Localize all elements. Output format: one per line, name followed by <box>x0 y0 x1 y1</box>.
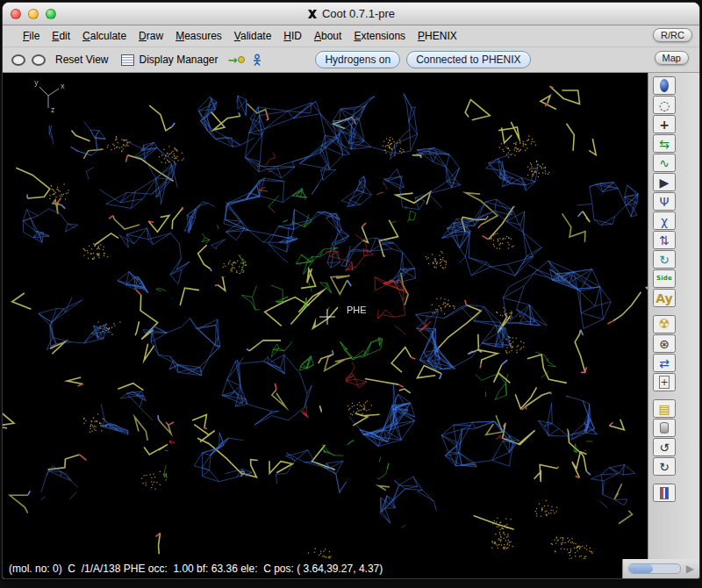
hydrogens-toggle-button[interactable]: Hydrogens on <box>315 51 400 68</box>
close-button[interactable] <box>11 9 21 19</box>
redo-icon[interactable]: ↻ <box>653 457 676 476</box>
menu-measures[interactable]: Measures <box>169 27 228 45</box>
separator <box>653 308 676 314</box>
display-manager-button[interactable]: Display Manager <box>118 52 221 68</box>
minimize-button[interactable] <box>28 9 39 19</box>
atom-dot-icon <box>238 56 245 63</box>
flip-peptide-icon[interactable]: ⇅ <box>653 231 676 249</box>
scrollbar-thumb[interactable] <box>629 564 653 573</box>
rrc-button[interactable]: R/RC <box>653 28 692 42</box>
go-to-atom-icon[interactable]: → <box>228 54 246 67</box>
main-area: PHE ◌ + ⇆ ∿ ▶ Ψ χ ⇅ ↻ Side Ay ☢ ⊛ ⇄ + ▤ … <box>3 73 699 559</box>
title-bar[interactable]: Coot 0.7.1-pre <box>3 3 699 25</box>
chi-angles-icon[interactable]: ∿ <box>653 154 676 172</box>
add-atom-icon[interactable]: + <box>653 373 676 391</box>
window-title-text: Coot 0.7.1-pre <box>322 7 395 20</box>
status-bar: (mol. no: 0) C /1/A/138 PHE occ: 1.00 bf… <box>3 559 699 578</box>
alt-conf-icon[interactable]: ⇄ <box>653 354 676 372</box>
coot-window: Coot 0.7.1-pre File Edit Calculate Draw … <box>2 2 700 579</box>
residue-label: PHE <box>347 305 367 315</box>
go-to-arrow-icon: → <box>228 54 238 67</box>
target-icon[interactable] <box>11 54 25 66</box>
menu-validate[interactable]: Validate <box>228 27 278 45</box>
menu-edit[interactable]: Edit <box>46 27 76 45</box>
separator <box>653 392 676 398</box>
menu-draw[interactable]: Draw <box>133 27 169 45</box>
main-toolbar: Reset View Display Manager → Hydrogens o… <box>3 47 699 73</box>
ligand-builder-icon[interactable]: ▤ <box>653 399 676 418</box>
window-controls <box>11 9 56 19</box>
display-manager-label: Display Manager <box>139 54 218 66</box>
cylinder-icon <box>660 422 669 434</box>
separator <box>653 477 676 483</box>
molecular-viewport[interactable]: PHE <box>3 73 648 559</box>
display-manager-icon <box>121 54 134 66</box>
flag-icon <box>660 487 669 499</box>
eraser-icon[interactable] <box>653 419 676 437</box>
undo-icon[interactable]: ↺ <box>653 438 676 456</box>
maximize-button[interactable] <box>46 9 56 19</box>
status-corner: ▶ <box>622 559 699 578</box>
menu-calculate[interactable]: Calculate <box>76 27 133 45</box>
reset-view-label: Reset View <box>55 54 108 66</box>
side-toolbar: ◌ + ⇆ ∿ ▶ Ψ χ ⇅ ↻ Side Ay ☢ ⊛ ⇄ + ▤ ↺ ↻ <box>648 73 699 559</box>
cis-trans-icon[interactable]: ↻ <box>653 250 676 269</box>
menu-about[interactable]: About <box>308 27 347 45</box>
phenix-status-button[interactable]: Connected to PHENIX <box>406 51 530 68</box>
menu-file[interactable]: File <box>17 27 46 45</box>
play-icon[interactable]: ▶ <box>686 563 694 575</box>
mutate-residue-icon[interactable]: χ <box>653 212 676 230</box>
ligand-icon[interactable]: ⊛ <box>653 334 676 353</box>
go-to-ligand-icon[interactable] <box>251 54 263 67</box>
map-sphere-icon[interactable] <box>653 76 676 95</box>
horizontal-scrollbar[interactable] <box>628 563 681 574</box>
real-space-refine-icon[interactable]: ⇆ <box>653 134 676 153</box>
rotate-translate-zone-icon[interactable]: + <box>653 115 676 133</box>
radiation-icon[interactable]: ☢ <box>653 315 676 333</box>
map-button[interactable]: Map <box>655 51 689 65</box>
menu-hid[interactable]: HID <box>277 27 308 45</box>
x11-icon <box>307 9 318 19</box>
menu-phenix[interactable]: PHENIX <box>412 27 463 45</box>
reset-view-button[interactable]: Reset View <box>52 52 111 68</box>
density-canvas[interactable] <box>3 73 648 559</box>
refinement-sphere-icon[interactable]: ◌ <box>653 96 676 114</box>
circle-icon[interactable] <box>32 54 46 66</box>
globe-icon <box>660 79 669 92</box>
menu-extensions[interactable]: Extensions <box>347 27 412 45</box>
menu-bar: File Edit Calculate Draw Measures Valida… <box>3 25 699 47</box>
add-terminal-residue-icon[interactable]: Ay <box>653 289 676 307</box>
auto-fit-rotamer-icon[interactable]: Ψ <box>653 192 676 211</box>
pointer-icon[interactable]: ▶ <box>653 173 676 191</box>
side-chain-flip-icon[interactable]: Side <box>653 269 676 288</box>
status-text: (mol. no: 0) C /1/A/138 PHE occ: 1.00 bf… <box>3 563 622 575</box>
window-title: Coot 0.7.1-pre <box>3 3 699 25</box>
scene-preset-icon[interactable] <box>653 484 676 502</box>
